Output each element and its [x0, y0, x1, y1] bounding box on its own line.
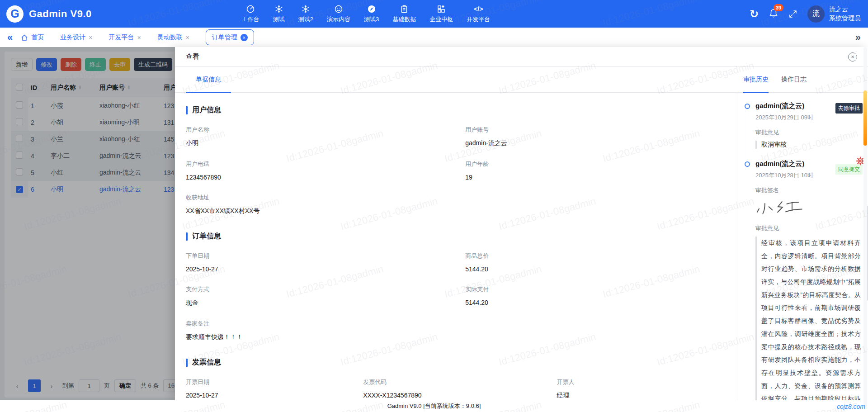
- app-title: Gadmin V9.0: [29, 8, 92, 20]
- drawer-body: 用户信息 用户名称 小明 用户账号 gadmin-流之云 用户电话 123456…: [175, 93, 868, 400]
- menu-item-demo[interactable]: 演示内容: [327, 4, 350, 24]
- signature-label: 审批签名: [755, 186, 861, 194]
- dashboard-icon: [246, 4, 255, 14]
- notification-badge: 39: [774, 4, 783, 11]
- approver-name: gadmin(流之云): [755, 102, 833, 110]
- menu-item-test2[interactable]: 测试2: [298, 4, 313, 24]
- page-tabbar: « 首页 业务设计 × 开发平台 × 灵动数联 × 订单管理 × »: [0, 28, 868, 47]
- user-meta: 流之云 系统管理员: [829, 5, 861, 23]
- section-bar: [186, 106, 188, 114]
- tab-approval-history[interactable]: 审批历史: [743, 67, 769, 93]
- tab-label: 灵动数联: [157, 33, 183, 42]
- avatar-text: 流: [812, 9, 820, 19]
- refresh-icon[interactable]: ↻: [750, 9, 759, 19]
- tab-home[interactable]: 首页: [21, 33, 44, 42]
- section-title-user: 用户信息: [186, 105, 723, 115]
- approval-item: gadmin(流之云) 2025年10月29日 09时 去除审批 审批意见 取消…: [745, 102, 861, 149]
- collapse-tabs-icon[interactable]: «: [7, 32, 13, 43]
- notification-bell[interactable]: 39: [769, 8, 778, 20]
- field-total-price: 商品总价 5144.20: [465, 252, 723, 273]
- logo-letter: G: [10, 7, 19, 20]
- approval-opinion-long: 经审核，该项目立项申请材料齐全，内容逻辑清晰。项目背景部分对行业趋势、市场需求的…: [755, 237, 861, 400]
- main-menu: 工作台 测试 测试2 演示内容 测试3: [242, 4, 490, 24]
- snowflake-icon: [301, 4, 310, 14]
- menu-item-devplatform[interactable]: </> 开发平台: [467, 4, 490, 24]
- smiley-icon: [334, 4, 343, 14]
- fullscreen-icon[interactable]: [788, 9, 797, 19]
- timeline-node: [745, 161, 750, 167]
- field-actual-pay: 实际支付 5144.20: [465, 285, 723, 307]
- drawer-tabs: 单据信息 审批历史 操作日志: [175, 67, 868, 93]
- field-account: 用户账号 gadmin-流之云: [465, 126, 723, 147]
- menu-label: 基础数据: [392, 15, 416, 24]
- field-order-date: 下单日期 2025-10-27: [186, 252, 465, 273]
- snowflake-icon: [274, 4, 283, 14]
- field-address: 收获地址 XX省XX市XX镇XX村XX号: [186, 194, 723, 215]
- field-pay-method: 支付方式 现金: [186, 285, 465, 307]
- tab-order-management[interactable]: 订单管理 ×: [206, 29, 254, 45]
- app-logo: G: [6, 5, 24, 23]
- approver-name: gadmin(流之云): [755, 160, 833, 168]
- timeline-node: [745, 104, 750, 109]
- field-username: 用户名称 小明: [186, 126, 465, 147]
- tab-operation-log[interactable]: 操作日志: [781, 67, 807, 92]
- expand-tabs-icon[interactable]: »: [855, 32, 861, 43]
- menu-label: 开发平台: [467, 15, 490, 24]
- document-form: 用户信息 用户名称 小明 用户账号 gadmin-流之云 用户电话 123456…: [175, 93, 737, 400]
- approval-time: 2025年10月28日 10时: [755, 171, 833, 180]
- section-bar: [186, 359, 188, 367]
- drawer-scrollbar-thumb[interactable]: [863, 90, 867, 146]
- navbar-right: ↻ 39 流 流之云 系统管理员: [750, 5, 868, 23]
- close-icon[interactable]: ×: [241, 34, 248, 41]
- field-phone: 用户电话 1234567890: [186, 160, 465, 181]
- approval-history-panel: gadmin(流之云) 2025年10月29日 09时 去除审批 审批意见 取消…: [737, 93, 868, 400]
- menu-item-test[interactable]: 测试: [273, 4, 285, 24]
- timeline-connector: [748, 113, 748, 160]
- top-navbar: G Gadmin V9.0 工作台 测试 测试2 演示内容: [0, 0, 868, 28]
- drawer-header: 查看 ×: [175, 47, 868, 67]
- section-title-invoice: 发票信息: [186, 358, 723, 367]
- menu-label: 测试3: [364, 15, 379, 24]
- tab-dev-platform[interactable]: 开发平台 ×: [108, 33, 141, 42]
- home-icon: [21, 34, 28, 41]
- modules-icon: [437, 4, 446, 14]
- close-glyph: ×: [243, 35, 245, 40]
- menu-item-workbench[interactable]: 工作台: [242, 4, 259, 24]
- field-seller-note: 卖家备注 要求顺丰快递！！！: [186, 320, 723, 341]
- menu-label: 工作台: [242, 15, 259, 24]
- approval-time: 2025年10月29日 09时: [755, 114, 833, 122]
- avatar: 流: [807, 5, 825, 23]
- close-icon[interactable]: ×: [89, 34, 92, 41]
- field-invoice-date: 开票日期 2025-10-27: [186, 378, 363, 400]
- site-link[interactable]: cojz8.com: [837, 403, 865, 410]
- tab-document-info[interactable]: 单据信息: [186, 67, 231, 93]
- menu-label: 演示内容: [327, 15, 350, 24]
- opinion-label: 审批意见: [755, 128, 861, 137]
- menu-label: 测试2: [298, 15, 313, 24]
- user-profile[interactable]: 流 流之云 系统管理员: [807, 5, 861, 23]
- drawer-title: 查看: [186, 52, 199, 61]
- approval-item: gadmin(流之云) 2025年10月28日 10时 同意提交 审批签名: [745, 160, 861, 400]
- menu-item-enterprise[interactable]: 企业中枢: [429, 4, 453, 24]
- close-glyph: ×: [851, 54, 854, 60]
- footer-version-text: Gadmin V9.0 [当前系统版本：9.0.6]: [387, 402, 481, 410]
- tab-lingdong[interactable]: 灵动数联 ×: [157, 33, 189, 42]
- tab-label: 开发平台: [108, 33, 134, 42]
- close-icon[interactable]: ×: [137, 34, 141, 41]
- opinion-label: 审批意见: [755, 224, 861, 232]
- approval-signature: [755, 199, 861, 218]
- user-org: 流之云: [829, 5, 861, 14]
- drawer-close-button[interactable]: ×: [848, 52, 857, 62]
- tab-label: 业务设计: [60, 33, 85, 42]
- approval-opinion: 取消审核: [755, 141, 861, 149]
- clipboard-icon: [400, 4, 409, 14]
- tab-label: 订单管理: [212, 33, 237, 42]
- compass-icon: [367, 4, 376, 14]
- field-invoice-code: 发票代码 XXXX-X1234567890: [363, 378, 557, 400]
- user-role: 系统管理员: [829, 14, 861, 23]
- close-icon[interactable]: ×: [186, 34, 189, 41]
- menu-item-test3[interactable]: 测试3: [364, 4, 379, 24]
- tab-business-design[interactable]: 业务设计 ×: [60, 33, 92, 42]
- tab-label: 首页: [31, 33, 44, 42]
- menu-item-basedata[interactable]: 基础数据: [392, 4, 416, 24]
